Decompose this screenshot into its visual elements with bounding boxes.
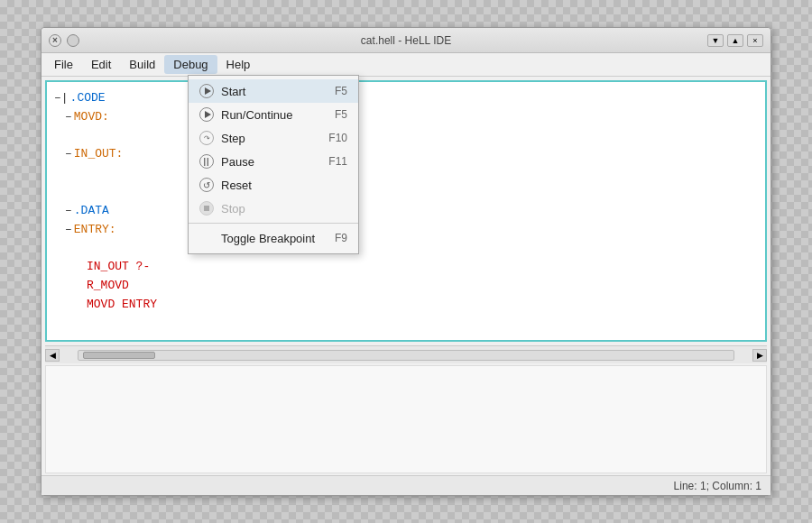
line-prefix: – [65, 202, 72, 221]
scroll-thumb[interactable] [83, 352, 155, 359]
debug-menu-step[interactable]: ↷ Step F10 [189, 126, 358, 150]
code-line: –ENTRY: [54, 221, 758, 240]
editor-area[interactable]: –|.CODE –MOVD: –IN_OUT: /Nop/Nop/Nop/Nop [45, 80, 767, 342]
line-prefix: –| [54, 89, 69, 108]
menu-debug[interactable]: Debug [164, 55, 217, 74]
play-icon [199, 84, 214, 98]
menu-item-label: Start [221, 85, 335, 98]
maximize-icon: ▲ [732, 36, 740, 45]
titlebar-buttons: × [49, 34, 79, 47]
window-title: cat.hell - HeLL IDE [361, 34, 451, 47]
code-line: R_MOVD [54, 277, 758, 296]
code-line [54, 183, 758, 202]
code-line: IN_OUT ?- [54, 258, 758, 277]
menu-item-shortcut: F9 [335, 232, 347, 244]
code-line: /Nop/Nop/Nop/Nop [54, 164, 758, 183]
menu-item-label: Step [221, 132, 328, 145]
debug-menu-breakpoint[interactable]: Toggle Breakpoint F9 [189, 226, 358, 250]
scroll-track[interactable] [78, 350, 734, 361]
menu-file[interactable]: File [45, 55, 82, 74]
menu-item-shortcut: F5 [335, 108, 347, 121]
titlebar-controls: ▼ ▲ × [707, 34, 763, 47]
code-label: IN_OUT: [74, 145, 124, 164]
titlebar: × cat.hell - HeLL IDE ▼ ▲ × [42, 28, 770, 53]
breakpoint-icon [199, 231, 214, 245]
code-line: –.DATA [54, 202, 758, 221]
close-icon: × [52, 35, 58, 45]
code-line: –MOVD: [54, 108, 758, 127]
scroll-left-icon: ◀ [50, 351, 56, 360]
scroll-right-button[interactable]: ▶ [752, 349, 767, 362]
close-ctrl-icon: × [752, 36, 757, 45]
menu-separator [189, 223, 358, 224]
code-line: MOVD ENTRY [54, 296, 758, 315]
scroll-left-button[interactable]: ◀ [45, 349, 60, 362]
code-editor[interactable]: –|.CODE –MOVD: –IN_OUT: /Nop/Nop/Nop/Nop [47, 82, 765, 340]
line-prefix: – [65, 108, 72, 127]
maximize-ctrl[interactable]: ▲ [727, 34, 743, 47]
stop-icon [199, 201, 214, 216]
menu-build[interactable]: Build [120, 55, 164, 74]
code-keyword: MOVD ENTRY [87, 296, 157, 315]
code-label: ENTRY: [74, 221, 116, 240]
debug-menu-run[interactable]: Run/Continue F5 [189, 103, 358, 126]
statusbar: Line: 1; Column: 1 [42, 475, 770, 495]
main-window: × cat.hell - HeLL IDE ▼ ▲ × File Edit Bu… [41, 27, 771, 496]
debug-menu-stop[interactable]: Stop [189, 197, 358, 220]
line-prefix: – [65, 221, 72, 240]
scroll-right-icon: ▶ [757, 351, 763, 360]
close-button[interactable]: × [49, 34, 61, 47]
debug-dropdown-menu: Start F5 Run/Continue F5 ↷ Step F10 || P… [188, 75, 359, 254]
code-line: –|.CODE [54, 89, 758, 108]
line-prefix: – [65, 145, 72, 164]
code-line [54, 127, 758, 146]
menu-item-shortcut: F11 [328, 155, 347, 168]
code-line [54, 239, 758, 258]
code-keyword: R_MOVD [87, 277, 129, 296]
debug-menu-pause[interactable]: || Pause F11 [189, 150, 358, 173]
reset-icon: ↺ [199, 178, 214, 192]
code-keyword: IN_OUT ?- [87, 258, 150, 277]
horizontal-scrollbar: ◀ ▶ [45, 345, 767, 363]
main-content: –|.CODE –MOVD: –IN_OUT: /Nop/Nop/Nop/Nop [42, 77, 770, 495]
menu-item-label: Run/Continue [221, 108, 335, 122]
menu-item-label: Pause [221, 155, 328, 169]
menu-item-shortcut: F5 [335, 85, 347, 97]
play-icon [199, 107, 214, 122]
code-label: MOVD: [74, 108, 109, 127]
code-section: .CODE [70, 89, 106, 108]
debug-menu-start[interactable]: Start F5 [189, 79, 358, 103]
menu-edit[interactable]: Edit [82, 55, 120, 74]
minimize-button[interactable] [67, 34, 79, 47]
bottom-panel [45, 365, 767, 473]
menu-item-shortcut: F10 [328, 132, 347, 144]
step-icon: ↷ [199, 131, 214, 145]
debug-menu-reset[interactable]: ↺ Reset [189, 173, 358, 197]
pause-icon: || [199, 154, 214, 169]
minimize-icon: ▼ [712, 36, 720, 45]
close-ctrl[interactable]: × [747, 34, 763, 47]
cursor-position: Line: 1; Column: 1 [674, 480, 761, 492]
menubar: File Edit Build Debug Help [42, 53, 770, 77]
code-section: .DATA [74, 202, 109, 221]
minimize-ctrl[interactable]: ▼ [707, 34, 724, 47]
menu-item-label: Reset [221, 179, 347, 192]
code-line: –IN_OUT: [54, 145, 758, 164]
menu-item-label: Stop [221, 202, 347, 216]
menu-help[interactable]: Help [217, 55, 260, 74]
menu-item-label: Toggle Breakpoint [221, 232, 335, 245]
